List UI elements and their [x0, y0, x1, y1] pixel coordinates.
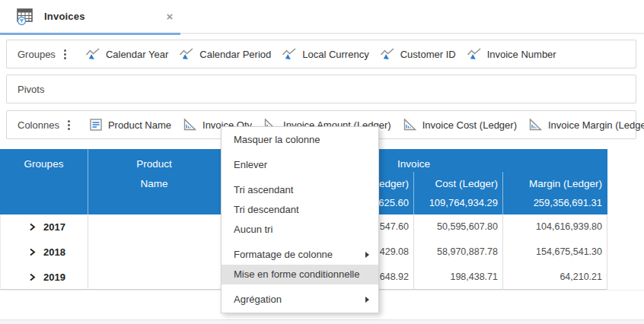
header-cell-groupes[interactable]: Groupes	[0, 154, 88, 174]
menu-item-agregation[interactable]: Agrégation	[222, 290, 378, 310]
chevron-right-icon	[28, 248, 37, 256]
dimension-icon	[85, 47, 100, 62]
columns-label: Colonnes	[18, 119, 59, 131]
groups-menu-icon[interactable]	[62, 47, 69, 62]
column-divider	[413, 172, 414, 214]
field-chip-customer-id[interactable]: Customer ID	[380, 47, 456, 62]
measure-icon	[182, 118, 197, 132]
chevron-right-icon	[28, 223, 37, 231]
total-cost: 109,764,934.29	[413, 194, 502, 212]
dimension-icon	[282, 47, 297, 62]
bottom-edge	[0, 319, 644, 324]
product-cell	[88, 214, 222, 240]
field-chip-invoice-margin-ledger[interactable]: Invoice Margin (Ledger)	[528, 118, 644, 132]
cost-cell: 58,970,887.78	[414, 240, 503, 265]
total-margin: 259,356,691.31	[502, 194, 607, 212]
margin-cell: 154,675,541.30	[503, 240, 607, 265]
submenu-arrow-icon	[365, 297, 369, 303]
year-label: 2019	[43, 265, 65, 290]
group-toggle-2017[interactable]: 2017	[1, 214, 88, 240]
menu-item-tri-descendant[interactable]: Tri descendant	[222, 200, 378, 220]
column-context-menu: Masquer la colonne Enlever Tri ascendant…	[221, 126, 379, 313]
year-label: 2018	[43, 240, 65, 265]
margin-cell: 64,210.21	[503, 265, 607, 290]
active-tab-indicator	[0, 33, 180, 35]
submenu-arrow-icon	[365, 252, 369, 258]
column-divider	[502, 172, 503, 214]
grid-filter-icon	[15, 7, 35, 27]
groups-label: Groupes	[18, 49, 56, 60]
field-chip-invoice-cost-ledger[interactable]: Invoice Cost (Ledger)	[402, 118, 517, 132]
groups-panel: Groupes Calendar Year Calendar Period Lo…	[6, 40, 636, 68]
menu-item-mise-en-forme-conditionnelle[interactable]: Mise en forme conditionnelle	[222, 265, 378, 284]
text-list-icon	[89, 118, 103, 132]
header-cell-margin-ledger[interactable]: Margin (Ledger)	[502, 174, 607, 194]
field-chip-calendar-year[interactable]: Calendar Year	[85, 47, 168, 62]
menu-item-enlever[interactable]: Enlever	[222, 155, 378, 175]
close-icon[interactable]: ×	[163, 0, 177, 33]
field-chip-invoice-number[interactable]: Invoice Number	[467, 47, 556, 62]
dimension-icon	[380, 47, 395, 62]
field-chip-local-currency[interactable]: Local Currency	[282, 47, 368, 62]
tab-bar: Invoices ×	[0, 0, 644, 35]
pivots-label: Pivots	[18, 84, 44, 95]
dimension-icon	[179, 47, 194, 62]
menu-item-masquer-la-colonne[interactable]: Masquer la colonne	[222, 130, 378, 150]
product-cell	[88, 265, 222, 290]
menu-item-formatage-de-colonne[interactable]: Formatage de colonne	[222, 245, 378, 265]
cost-cell: 198,438.71	[414, 265, 503, 290]
year-label: 2017	[43, 214, 65, 240]
dimension-icon	[467, 47, 482, 62]
measure-icon	[528, 118, 543, 132]
product-cell	[88, 240, 222, 265]
column-divider	[88, 149, 88, 214]
header-cell-cost-ledger[interactable]: Cost (Ledger)	[413, 174, 502, 194]
measure-icon	[402, 118, 417, 132]
pivots-panel: Pivots	[6, 75, 636, 103]
header-cell-product-name[interactable]: Product Name	[88, 154, 221, 194]
margin-cell: 104,616,939.80	[503, 214, 607, 240]
menu-item-aucun-tri[interactable]: Aucun tri	[222, 220, 378, 240]
tab-invoices[interactable]: Invoices ×	[0, 0, 180, 33]
menu-item-tri-ascendant[interactable]: Tri ascendant	[222, 180, 378, 200]
field-chip-product-name[interactable]: Product Name	[89, 118, 171, 132]
tab-title: Invoices	[44, 11, 85, 22]
chevron-right-icon	[28, 273, 37, 281]
group-toggle-2018[interactable]: 2018	[1, 240, 88, 265]
cost-cell: 50,595,607.80	[414, 214, 503, 240]
field-chip-calendar-period[interactable]: Calendar Period	[179, 47, 271, 62]
columns-menu-icon[interactable]	[65, 118, 72, 132]
group-toggle-2019[interactable]: 2019	[1, 265, 88, 290]
